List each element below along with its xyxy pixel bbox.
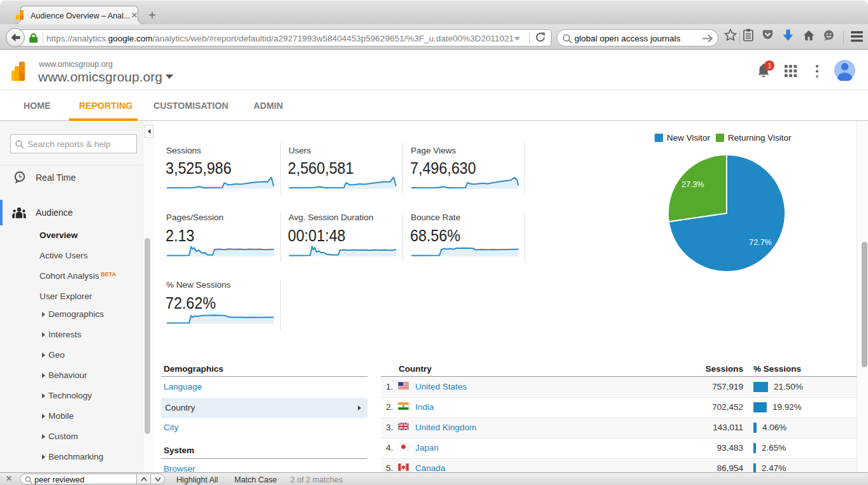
- svg-text:72.7%: 72.7%: [749, 238, 771, 247]
- svg-text:27.3%: 27.3%: [681, 180, 704, 189]
